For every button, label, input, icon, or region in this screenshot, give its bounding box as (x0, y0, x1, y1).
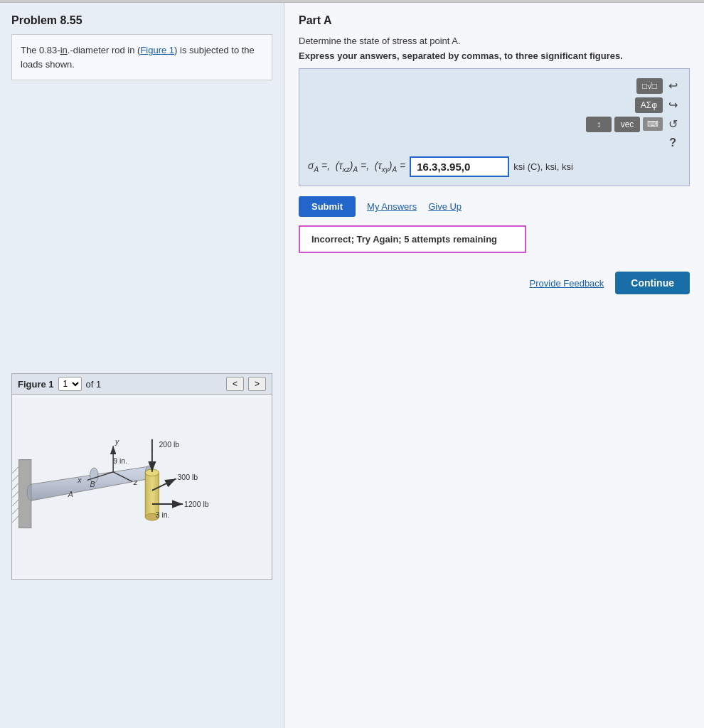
figure-svg: A B y x z (12, 395, 272, 579)
figure-link[interactable]: Figure 1 (140, 45, 174, 55)
svg-text:200 lb: 200 lb (159, 440, 180, 449)
equation-unit: ksi (C), ksi, ksi (513, 161, 573, 172)
svg-text:x: x (77, 476, 82, 484)
figure-of: of 1 (86, 379, 102, 390)
redo-button[interactable]: ↪ (666, 97, 681, 113)
keyboard-button[interactable]: ⌨ (643, 117, 663, 131)
toolbar-row-1: □√□ ↩ (636, 77, 681, 94)
provide-feedback-link[interactable]: Provide Feedback (530, 278, 604, 289)
problem-statement: The 0.83-in.-diameter rod in (Figure 1) … (11, 34, 272, 80)
figure-prev-button[interactable]: < (226, 377, 244, 391)
give-up-button[interactable]: Give Up (428, 201, 462, 212)
figure-next-button[interactable]: > (248, 377, 266, 391)
problem-title: Problem 8.55 (11, 14, 272, 27)
symbols-button[interactable]: ΑΣφ (635, 97, 663, 113)
toolbar-row-3: ↕ vec ⌨ ↺ (586, 116, 681, 132)
my-answers-button[interactable]: My Answers (367, 201, 417, 212)
vec-button[interactable]: vec (614, 117, 640, 132)
figure-header: Figure 1 1 of 1 < > (12, 374, 272, 395)
svg-text:A: A (68, 490, 73, 498)
instruction-text: Express your answers, separated by comma… (299, 50, 690, 61)
figure-select[interactable]: 1 (58, 377, 82, 391)
main-layout: Problem 8.55 The 0.83-in.-diameter rod i… (0, 3, 704, 728)
submit-row: Submit My Answers Give Up (299, 196, 690, 217)
right-panel: Part A Determine the state of stress at … (284, 3, 704, 728)
equation-input[interactable] (410, 156, 509, 177)
svg-text:3 in.: 3 in. (156, 510, 170, 519)
toolbar-row-2: ΑΣφ ↪ (635, 97, 681, 113)
part-title: Part A (299, 14, 690, 27)
math-input-container: □√□ ↩ ΑΣφ ↪ ↕ vec ⌨ ↺ ? (299, 68, 690, 186)
continue-button[interactable]: Continue (615, 272, 690, 294)
sqrt-button[interactable]: □√□ (636, 78, 663, 94)
figure-box: Figure 1 1 of 1 < > (11, 373, 272, 580)
statement-text: The 0.83-in.-diameter rod in (Figure 1) … (21, 45, 255, 70)
equation-prefix: σA =, (τxz)A =, (τxy)A = (308, 160, 405, 173)
svg-text:B: B (90, 480, 95, 488)
refresh-button[interactable]: ↺ (666, 116, 681, 132)
undo-button[interactable]: ↩ (666, 77, 681, 94)
toolbar-row-4: ? (665, 135, 681, 151)
help-button[interactable]: ? (665, 135, 681, 151)
svg-text:z: z (133, 478, 138, 486)
left-panel: Problem 8.55 The 0.83-in.-diameter rod i… (0, 3, 284, 728)
submit-button[interactable]: Submit (299, 196, 356, 217)
figure-image: A B y x z (12, 395, 272, 579)
arrows-button[interactable]: ↕ (586, 117, 612, 132)
question-text: Determine the state of stress at point A… (299, 36, 690, 46)
svg-text:1200 lb: 1200 lb (184, 500, 209, 508)
figure-label: Figure 1 (18, 379, 54, 390)
svg-text:y: y (114, 437, 119, 446)
equation-row: σA =, (τxz)A =, (τxy)A = ksi (C), ksi, k… (308, 156, 681, 177)
bottom-action-row: Provide Feedback Continue (299, 272, 690, 294)
feedback-box: Incorrect; Try Again; 5 attempts remaini… (299, 225, 526, 253)
svg-text:9 in.: 9 in. (113, 456, 127, 465)
math-toolbar: □√□ ↩ ΑΣφ ↪ ↕ vec ⌨ ↺ ? (308, 77, 681, 151)
svg-text:300 lb: 300 lb (177, 473, 198, 481)
